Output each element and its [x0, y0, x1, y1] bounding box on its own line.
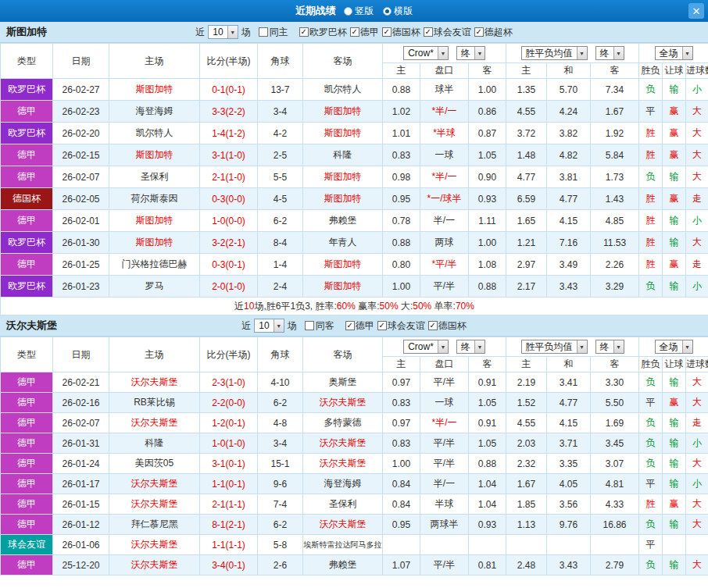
- handicap: 平/半: [420, 372, 469, 393]
- score: 0-3(0-0): [200, 188, 258, 210]
- league-filter-label: 德甲: [356, 319, 374, 333]
- result-wdl: 负: [639, 166, 663, 188]
- result-wdl: 胜: [639, 494, 663, 515]
- match-row: 欧罗巴杯26-02-20凯尔特人1-4(1-2)4-2斯图加特1.01*半球0.…: [1, 123, 708, 144]
- avg-home: 4.55: [506, 413, 547, 433]
- match-date: 26-02-05: [53, 188, 109, 210]
- chevron-down-icon: ▼: [474, 47, 485, 59]
- result-wdl: 负: [639, 555, 663, 576]
- result-wdl: 胜: [639, 210, 663, 232]
- avg-odds-select[interactable]: 胜平负均值▼: [521, 340, 588, 354]
- corners: 3-4: [258, 101, 303, 123]
- close-button[interactable]: ✕: [688, 3, 704, 19]
- checkbox-checked[interactable]: ✓: [345, 321, 355, 330]
- corners: 7-4: [258, 494, 303, 515]
- result-goals: [686, 535, 708, 555]
- checkbox-unchecked[interactable]: [259, 27, 268, 37]
- avg-draw: 3.41: [547, 372, 591, 393]
- final-avg-select[interactable]: 终▼: [595, 46, 624, 60]
- chevron-down-icon: ▼: [682, 47, 692, 59]
- match-date: 26-02-23: [53, 101, 109, 123]
- competition-badge: 德甲: [1, 210, 53, 232]
- titlebar-center: 近期战绩 竖版横版: [295, 4, 413, 18]
- radio-icon[interactable]: [344, 7, 352, 16]
- result-handicap: 输: [663, 79, 686, 101]
- checkbox-checked[interactable]: ✓: [428, 321, 438, 330]
- radio-selected-icon[interactable]: [383, 7, 392, 16]
- handicap: 平/半: [420, 555, 469, 576]
- competition-badge: 德甲: [1, 515, 53, 535]
- same-venue-label: 同主: [270, 26, 288, 39]
- result-wdl: 平: [639, 535, 663, 555]
- checkbox-checked[interactable]: ✓: [299, 27, 309, 37]
- layout-radio-option[interactable]: 横版: [383, 5, 413, 18]
- avg-odds-select[interactable]: 胜平负均值▼: [521, 46, 588, 60]
- avg-away: 1.67: [591, 101, 639, 123]
- odds-away: 1.00: [469, 79, 506, 101]
- match-count-select[interactable]: 10▼: [254, 319, 284, 333]
- odds-away: 0.88: [469, 454, 506, 474]
- corners: 4-2: [258, 123, 303, 144]
- odds-away: [469, 535, 506, 555]
- scope-select[interactable]: 全场▼: [655, 46, 693, 60]
- subcol-handicap: 盘口: [420, 63, 469, 79]
- away-team: 斯图加特: [303, 188, 383, 210]
- odds-company-select[interactable]: Crow*▼: [403, 46, 449, 60]
- odds-company-select[interactable]: Crow*▼: [403, 340, 449, 354]
- match-count-value: 10: [255, 319, 273, 332]
- subcol-odds-away: 客: [469, 63, 506, 79]
- avg-home: 6.59: [506, 188, 547, 210]
- handicap: 两球: [420, 232, 469, 254]
- checkbox-checked[interactable]: ✓: [377, 321, 387, 330]
- subcol-result-goals: 进球数: [686, 357, 708, 372]
- scope-select[interactable]: 全场▼: [655, 340, 693, 354]
- score: 1-2(0-1): [200, 413, 258, 433]
- score: 1-0(0-0): [200, 210, 258, 232]
- odds-away: 0.81: [469, 555, 506, 576]
- avg-draw: 3.43: [547, 276, 591, 298]
- odds-home: 0.78: [383, 210, 420, 232]
- result-goals: 小: [686, 210, 708, 232]
- avg-home: 2.19: [506, 372, 547, 393]
- handicap: [420, 535, 469, 555]
- avg-home: 2.03: [506, 433, 547, 454]
- odds-home: 0.83: [383, 433, 420, 454]
- result-handicap: 输: [663, 276, 686, 298]
- avg-away: 3.07: [591, 454, 639, 474]
- checkbox-unchecked[interactable]: [305, 321, 314, 330]
- match-row: 欧罗巴杯26-02-27斯图加特0-1(0-1)13-7凯尔特人0.88球半1.…: [1, 79, 708, 101]
- result-wdl: 平: [639, 101, 663, 123]
- section-title: 沃尔夫斯堡: [6, 319, 57, 333]
- result-goals: 大: [686, 123, 708, 144]
- league-filters: ✓德甲✓球会友谊✓德国杯: [342, 319, 467, 333]
- layout-radio-option[interactable]: 竖版: [344, 5, 374, 18]
- handicap: *平/半: [420, 254, 469, 276]
- competition-badge: 德甲: [1, 494, 53, 515]
- match-row: 欧罗巴杯26-01-23罗马2-0(1-0)2-4斯图加特1.00平/半0.88…: [1, 276, 708, 298]
- away-team: 斯图加特: [303, 254, 383, 276]
- corners: 8-4: [258, 232, 303, 254]
- avg-home: 1.13: [506, 515, 547, 535]
- chevron-down-icon: ▼: [577, 340, 587, 353]
- final-odds-select[interactable]: 终▼: [456, 340, 485, 354]
- score: 1-1(0-1): [200, 474, 258, 494]
- result-handicap: 赢: [663, 188, 686, 210]
- checkbox-checked[interactable]: ✓: [382, 27, 392, 37]
- checkbox-checked[interactable]: ✓: [424, 27, 433, 37]
- match-count-select[interactable]: 10▼: [208, 25, 238, 39]
- match-date: 26-01-06: [53, 535, 109, 555]
- avg-draw: 4.15: [547, 413, 591, 433]
- avg-draw: 9.76: [547, 515, 591, 535]
- score: 3-4(0-1): [200, 555, 258, 576]
- odds-home: 1.07: [383, 555, 420, 576]
- final-avg-select[interactable]: 终▼: [595, 340, 624, 354]
- avg-draw: 4.24: [547, 101, 591, 123]
- match-row: 德甲26-01-12拜仁慕尼黑8-1(2-1)6-2沃尔夫斯堡0.95两球半0.…: [1, 515, 708, 535]
- checkbox-checked[interactable]: ✓: [474, 27, 484, 37]
- chevron-down-icon: ▼: [613, 47, 624, 59]
- league-filter-label: 德国杯: [438, 319, 467, 333]
- checkbox-checked[interactable]: ✓: [350, 27, 359, 37]
- league-filter-label: 球会友谊: [434, 26, 471, 39]
- corners: 6-2: [258, 515, 303, 535]
- final-odds-select[interactable]: 终▼: [456, 46, 485, 60]
